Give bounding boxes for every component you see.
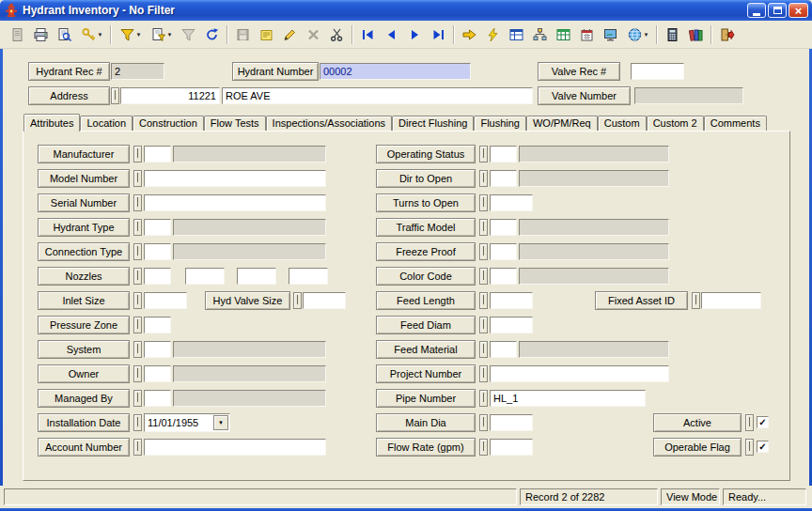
tab-flow-tests[interactable]: Flow Tests [204, 116, 266, 131]
operable-flag-grip-icon[interactable] [745, 439, 754, 456]
tab-wo-pm-req[interactable]: WO/PM/Req [526, 116, 598, 131]
managed-by-code-input[interactable] [144, 390, 171, 407]
valve-rec-input[interactable] [631, 63, 684, 80]
freeze-proof-code-input[interactable] [490, 243, 517, 260]
traffic-model-grip-icon[interactable] [479, 219, 488, 236]
feed-diam-grip-icon[interactable] [479, 317, 488, 333]
owner-code-input[interactable] [144, 365, 171, 382]
inlet-size-label-button[interactable]: Inlet Size [38, 291, 130, 310]
account-number-grip-icon[interactable] [133, 439, 142, 456]
model-number-input[interactable] [144, 170, 326, 187]
hydrant-number-label-button[interactable]: Hydrant Number [232, 62, 319, 81]
print-preview-button[interactable] [53, 23, 76, 46]
pipe-number-label-button[interactable]: Pipe Number [376, 389, 476, 408]
hyd-valve-size-input[interactable] [303, 292, 346, 309]
valve-rec-label-button[interactable]: Valve Rec # [538, 62, 620, 81]
main-dia-label-button[interactable]: Main Dia [376, 413, 476, 432]
system-grip-icon[interactable] [133, 341, 142, 358]
operating-status-label-button[interactable]: Operating Status [376, 145, 476, 163]
operating-status-code-input[interactable] [490, 146, 517, 163]
account-number-input[interactable] [144, 439, 326, 456]
active-grip-icon[interactable] [745, 414, 754, 431]
model-number-grip-icon[interactable] [133, 170, 142, 187]
maximize-button[interactable] [768, 3, 787, 18]
hyd-valve-size-grip-icon[interactable] [293, 292, 302, 309]
freeze-proof-grip-icon[interactable] [479, 243, 488, 260]
operable-flag-label-button[interactable]: Operable Flag [653, 438, 742, 457]
feed-length-grip-icon[interactable] [479, 292, 488, 309]
browse-list-button[interactable] [505, 23, 528, 46]
filter-button[interactable]: ▼ [115, 23, 146, 46]
feed-material-code-input[interactable] [490, 341, 517, 358]
feed-length-input[interactable] [490, 292, 533, 309]
installation-date-label-button[interactable]: Installation Date [38, 413, 130, 432]
managed-by-label-button[interactable]: Managed By [38, 389, 130, 408]
pressure-zone-code-input[interactable] [144, 317, 171, 333]
serial-number-label-button[interactable]: Serial Number [38, 194, 130, 212]
installation-date-dropdown-button[interactable]: ▼ [213, 415, 228, 430]
traffic-model-label-button[interactable]: Traffic Model [376, 218, 476, 237]
spreadsheet-button[interactable] [552, 23, 575, 46]
hydrant-type-label-button[interactable]: Hydrant Type [38, 218, 130, 237]
web-map-button[interactable]: ▼ [622, 23, 653, 46]
next-record-button[interactable] [403, 23, 427, 46]
flow-rate-label-button[interactable]: Flow Rate (gpm) [376, 438, 476, 457]
address-label-button[interactable]: Address [28, 86, 110, 105]
main-dia-grip-icon[interactable] [479, 414, 488, 431]
connection-type-label-button[interactable]: Connection Type [38, 242, 130, 261]
project-number-input[interactable] [490, 365, 669, 382]
nozzles-input-2[interactable] [185, 268, 225, 285]
model-number-label-button[interactable]: Model Number [38, 169, 130, 188]
account-number-label-button[interactable]: Account Number [38, 438, 130, 457]
main-dia-input[interactable] [490, 414, 533, 431]
hydrant-type-code-input[interactable] [144, 219, 171, 236]
quick-find-button[interactable] [481, 23, 505, 46]
first-record-button[interactable] [356, 23, 380, 46]
exit-button[interactable] [715, 23, 739, 46]
active-checkbox[interactable]: ✓ [757, 416, 769, 428]
calculator-button[interactable] [661, 23, 684, 46]
edit-button[interactable] [278, 23, 302, 46]
feed-diam-input[interactable] [490, 317, 533, 333]
dir-to-open-code-input[interactable] [490, 170, 517, 187]
feed-material-grip-icon[interactable] [479, 341, 488, 358]
nozzles-input-3[interactable] [237, 268, 276, 285]
turns-to-open-grip-icon[interactable] [479, 194, 488, 211]
turns-to-open-input[interactable] [490, 194, 533, 211]
goto-record-button[interactable] [458, 23, 481, 46]
related-records-button[interactable] [528, 23, 552, 46]
pressure-zone-grip-icon[interactable] [133, 317, 142, 333]
map-view-button[interactable] [599, 23, 622, 46]
tab-location[interactable]: Location [80, 116, 133, 131]
traffic-model-code-input[interactable] [490, 219, 517, 236]
color-code-label-button[interactable]: Color Code [376, 267, 476, 286]
tab-custom[interactable]: Custom [598, 116, 647, 131]
close-button[interactable]: × [789, 3, 808, 18]
feed-diam-label-button[interactable]: Feed Diam [376, 316, 476, 334]
hydrant-type-grip-icon[interactable] [133, 219, 142, 236]
hydrant-number-input[interactable]: 00002 [320, 63, 471, 80]
last-record-button[interactable] [427, 23, 450, 46]
previous-record-button[interactable] [380, 23, 403, 46]
hyd-valve-size-label-button[interactable]: Hyd Valve Size [205, 291, 290, 310]
system-label-button[interactable]: System [38, 340, 130, 359]
tab-inspections-associations[interactable]: Inspections/Associations [266, 116, 392, 131]
pipe-number-grip-icon[interactable] [479, 390, 488, 407]
find-key-button[interactable]: ▼ [76, 23, 107, 46]
freeze-proof-label-button[interactable]: Freeze Proof [376, 242, 476, 261]
system-code-input[interactable] [144, 341, 171, 358]
installation-date-grip-icon[interactable] [133, 414, 142, 431]
hydrant-rec-label-button[interactable]: Hydrant Rec # [28, 62, 110, 81]
flow-rate-input[interactable] [490, 439, 533, 456]
tab-custom-2[interactable]: Custom 2 [647, 116, 704, 131]
managed-by-grip-icon[interactable] [133, 390, 142, 407]
manufacturer-grip-icon[interactable] [133, 146, 142, 163]
flow-rate-grip-icon[interactable] [479, 439, 488, 456]
owner-grip-icon[interactable] [133, 365, 142, 382]
valve-number-label-button[interactable]: Valve Number [538, 86, 631, 105]
print-button[interactable] [29, 23, 53, 46]
installation-date-combo[interactable]: 11/01/1955 ▼ [144, 413, 230, 432]
refresh-button[interactable] [200, 23, 224, 46]
help-books-button[interactable] [684, 23, 708, 46]
connection-type-grip-icon[interactable] [133, 243, 142, 260]
